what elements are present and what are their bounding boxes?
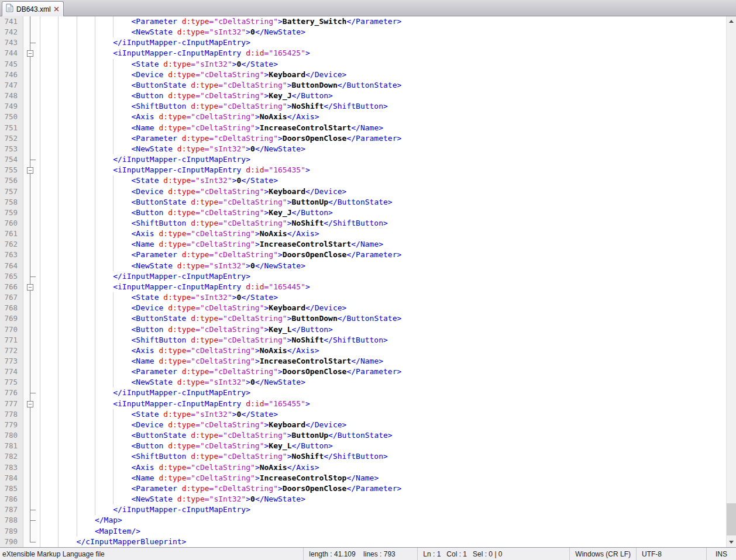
line-number[interactable]: 763	[0, 250, 23, 260]
code-line[interactable]: 782<ShiftButton d:type="cDeltaString">No…	[0, 451, 726, 462]
code-line[interactable]: 778<State d:type="sInt32">0</State>	[0, 409, 726, 420]
line-number[interactable]: 769	[0, 313, 23, 324]
line-number[interactable]: 765	[0, 271, 23, 282]
code-line[interactable]: 784<Name d:type="cDeltaString">IncreaseC…	[0, 473, 726, 483]
code-line[interactable]: 749<ShiftButton d:type="cDeltaString">No…	[0, 101, 726, 112]
line-number[interactable]: 764	[0, 261, 23, 271]
line-number[interactable]: 774	[0, 367, 23, 377]
line-number[interactable]: 748	[0, 91, 23, 101]
code-line[interactable]: 748<Button d:type="cDeltaString">Key_J</…	[0, 91, 726, 101]
code-line[interactable]: 788</Map>	[0, 515, 726, 526]
code-line[interactable]: 746<Device d:type="cDeltaString">Keyboar…	[0, 70, 726, 80]
code-line[interactable]: 741<Parameter d:type="cDeltaString">Batt…	[0, 16, 726, 27]
code-line[interactable]: 785<Parameter d:type="cDeltaString">Door…	[0, 483, 726, 494]
code-line[interactable]: 766<iInputMapper-cInputMapEntry d:id="16…	[0, 282, 726, 292]
line-number[interactable]: 789	[0, 526, 23, 537]
line-number[interactable]: 775	[0, 377, 23, 388]
line-number[interactable]: 741	[0, 16, 23, 27]
code-line[interactable]: 757<Device d:type="cDeltaString">Keyboar…	[0, 186, 726, 197]
line-number[interactable]: 790	[0, 537, 23, 547]
line-number[interactable]: 757	[0, 186, 23, 197]
code-line[interactable]: 772<Axis d:type="cDeltaString">NoAxis</A…	[0, 345, 726, 356]
line-number[interactable]: 754	[0, 154, 23, 165]
code-line[interactable]: 771<ShiftButton d:type="cDeltaString">No…	[0, 335, 726, 345]
line-number[interactable]: 786	[0, 494, 23, 504]
fold-collapse-button[interactable]	[27, 284, 33, 291]
line-number[interactable]: 776	[0, 388, 23, 398]
scrollbar-thumb[interactable]	[727, 503, 736, 535]
fold-margin-cell[interactable]	[23, 48, 37, 58]
tab-db643[interactable]: DB643.xml	[2, 1, 64, 16]
fold-collapse-button[interactable]	[27, 401, 33, 407]
code-line[interactable]: 789<MapItem/>	[0, 526, 726, 537]
code-line[interactable]: 745<State d:type="sInt32">0</State>	[0, 59, 726, 70]
line-number[interactable]: 750	[0, 112, 23, 122]
line-number[interactable]: 773	[0, 356, 23, 367]
line-number[interactable]: 785	[0, 483, 23, 494]
line-number[interactable]: 758	[0, 197, 23, 208]
code-line[interactable]: 768<Device d:type="cDeltaString">Keyboar…	[0, 303, 726, 313]
code-line[interactable]: 790</cInputMapperBlueprint>	[0, 537, 726, 547]
code-line[interactable]: 775<NewState d:type="sInt32">0</NewState…	[0, 377, 726, 388]
code-line[interactable]: 783<Axis d:type="cDeltaString">NoAxis</A…	[0, 462, 726, 473]
fold-margin-cell[interactable]	[23, 282, 37, 292]
line-number[interactable]: 771	[0, 335, 23, 345]
line-number[interactable]: 751	[0, 123, 23, 133]
code-line[interactable]: 762<Name d:type="cDeltaString">IncreaseC…	[0, 239, 726, 250]
line-number[interactable]: 749	[0, 101, 23, 112]
vertical-scrollbar[interactable]	[726, 16, 736, 547]
line-number[interactable]: 747	[0, 80, 23, 91]
line-number[interactable]: 778	[0, 409, 23, 420]
line-number[interactable]: 772	[0, 345, 23, 356]
code-line[interactable]: 786<NewState d:type="sInt32">0</NewState…	[0, 494, 726, 504]
code-line[interactable]: 774<Parameter d:type="cDeltaString">Door…	[0, 367, 726, 377]
scrollbar-track[interactable]	[727, 26, 736, 537]
line-number[interactable]: 766	[0, 282, 23, 292]
code-line[interactable]: 767<State d:type="sInt32">0</State>	[0, 292, 726, 303]
fold-collapse-button[interactable]	[27, 50, 33, 57]
line-number[interactable]: 770	[0, 324, 23, 335]
line-number[interactable]: 762	[0, 239, 23, 250]
code-line[interactable]: 777<iInputMapper-cInputMapEntry d:id="16…	[0, 399, 726, 409]
code-line[interactable]: 769<ButtonState d:type="cDeltaString">Bu…	[0, 313, 726, 324]
line-number[interactable]: 760	[0, 218, 23, 229]
code-line[interactable]: 755<iInputMapper-cInputMapEntry d:id="16…	[0, 165, 726, 175]
code-line[interactable]: 781<Button d:type="cDeltaString">Key_L</…	[0, 441, 726, 451]
line-number[interactable]: 745	[0, 59, 23, 70]
code-line[interactable]: 763<Parameter d:type="cDeltaString">Door…	[0, 250, 726, 260]
line-number[interactable]: 756	[0, 175, 23, 186]
line-number[interactable]: 767	[0, 292, 23, 303]
code-line[interactable]: 761<Axis d:type="cDeltaString">NoAxis</A…	[0, 229, 726, 239]
fold-margin-cell[interactable]	[23, 165, 37, 175]
line-number[interactable]: 768	[0, 303, 23, 313]
code-line[interactable]: 760<ShiftButton d:type="cDeltaString">No…	[0, 218, 726, 229]
code-line[interactable]: 776</iInputMapper-cInputMapEntry>	[0, 388, 726, 398]
code-line[interactable]: 780<ButtonState d:type="cDeltaString">Bu…	[0, 430, 726, 441]
line-number[interactable]: 777	[0, 399, 23, 409]
line-number[interactable]: 759	[0, 208, 23, 218]
line-number[interactable]: 788	[0, 515, 23, 526]
line-number[interactable]: 743	[0, 37, 23, 48]
code-line[interactable]: 751<Name d:type="cDeltaString">IncreaseC…	[0, 123, 726, 133]
code-line[interactable]: 753<NewState d:type="sInt32">0</NewState…	[0, 144, 726, 154]
line-number[interactable]: 781	[0, 441, 23, 451]
fold-collapse-button[interactable]	[27, 167, 33, 174]
code-line[interactable]: 744<iInputMapper-cInputMapEntry d:id="16…	[0, 48, 726, 58]
code-line[interactable]: 752<Parameter d:type="cDeltaString">Door…	[0, 133, 726, 144]
line-number[interactable]: 752	[0, 133, 23, 144]
line-number[interactable]: 744	[0, 48, 23, 58]
line-number[interactable]: 742	[0, 27, 23, 37]
line-number[interactable]: 753	[0, 144, 23, 154]
scroll-down-button[interactable]	[727, 537, 736, 547]
tab-close-icon[interactable]	[54, 6, 59, 12]
code-line[interactable]: 779<Device d:type="cDeltaString">Keyboar…	[0, 420, 726, 430]
code-line[interactable]: 765</iInputMapper-cInputMapEntry>	[0, 271, 726, 282]
code-line[interactable]: 754</iInputMapper-cInputMapEntry>	[0, 154, 726, 165]
code-line[interactable]: 756<State d:type="sInt32">0</State>	[0, 175, 726, 186]
line-number[interactable]: 787	[0, 504, 23, 515]
code-line[interactable]: 743</iInputMapper-cInputMapEntry>	[0, 37, 726, 48]
code-line[interactable]: 759<Button d:type="cDeltaString">Key_J</…	[0, 208, 726, 218]
code-line[interactable]: 770<Button d:type="cDeltaString">Key_L</…	[0, 324, 726, 335]
line-number[interactable]: 782	[0, 451, 23, 462]
code-line[interactable]: 787</iInputMapper-cInputMapEntry>	[0, 504, 726, 515]
